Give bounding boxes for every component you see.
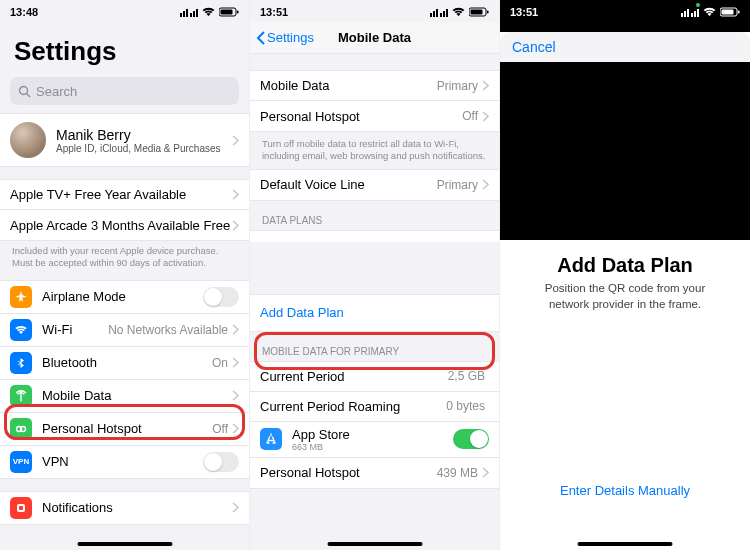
airplane-mode-row[interactable]: Airplane Mode: [0, 281, 249, 314]
mobile-data-footnote: Turn off mobile data to restrict all dat…: [250, 132, 499, 169]
dual-signal-icon: [681, 7, 699, 17]
user-sub: Apple ID, iCloud, Media & Purchases: [56, 143, 232, 154]
apple-id-row[interactable]: Manik Berry Apple ID, iCloud, Media & Pu…: [0, 114, 249, 166]
chevron-left-icon: [256, 31, 265, 45]
chevron-right-icon: [232, 135, 239, 146]
promo-footnote: Included with your recent Apple device p…: [0, 241, 249, 280]
battery-icon: [720, 7, 740, 17]
back-button[interactable]: Settings: [256, 30, 314, 45]
add-data-plan-row[interactable]: Add Data Plan: [250, 295, 499, 331]
chevron-right-icon: [232, 423, 239, 434]
navbar: Settings Mobile Data: [250, 22, 499, 54]
svg-rect-28: [694, 11, 696, 17]
app-store-toggle[interactable]: [453, 429, 489, 449]
chevron-right-icon: [232, 502, 239, 513]
mobile-data-setting-row[interactable]: Mobile Data Primary: [250, 71, 499, 101]
antenna-icon: [10, 385, 32, 407]
sheet-header: Cancel: [500, 32, 750, 62]
status-bar: 13:48: [0, 0, 249, 22]
personal-hotspot-usage-row[interactable]: Personal Hotspot 439 MB: [250, 458, 499, 488]
personal-hotspot-setting-row[interactable]: Personal Hotspot Off: [250, 101, 499, 131]
svg-point-9: [20, 86, 28, 94]
battery-icon: [219, 7, 239, 17]
svg-line-10: [27, 93, 31, 97]
search-placeholder: Search: [36, 84, 77, 99]
svg-rect-2: [186, 9, 188, 17]
section-mobile-data-primary: MOBILE DATA FOR PRIMARY: [250, 332, 499, 361]
svg-rect-3: [190, 13, 192, 17]
search-input[interactable]: Search: [10, 77, 239, 105]
svg-rect-23: [487, 11, 489, 14]
wifi-detail: No Networks Available: [108, 323, 228, 337]
default-voice-line-row[interactable]: Default Voice Line Primary: [250, 170, 499, 200]
svg-rect-19: [443, 11, 445, 17]
user-name: Manik Berry: [56, 127, 232, 143]
svg-rect-22: [471, 10, 483, 15]
vpn-toggle[interactable]: [203, 452, 239, 472]
svg-rect-5: [196, 9, 198, 17]
chevron-right-icon: [232, 189, 239, 200]
notifications-row[interactable]: Notifications: [0, 492, 249, 524]
avatar: [10, 122, 46, 158]
sheet-title: Add Data Plan: [500, 254, 750, 277]
camera-viewport: [500, 62, 750, 240]
svg-rect-25: [684, 11, 686, 17]
personal-hotspot-row[interactable]: Personal Hotspot Off: [0, 413, 249, 446]
dual-signal-icon: [430, 7, 448, 17]
app-store-size: 663 MB: [292, 442, 453, 452]
svg-rect-15: [430, 13, 432, 17]
mobile-data-row[interactable]: Mobile Data: [0, 380, 249, 413]
airplane-toggle[interactable]: [203, 287, 239, 307]
svg-rect-14: [19, 506, 23, 510]
airplane-icon: [10, 286, 32, 308]
bt-detail: On: [212, 356, 228, 370]
vpn-row[interactable]: VPN VPN: [0, 446, 249, 478]
svg-rect-1: [183, 11, 185, 17]
svg-rect-26: [687, 9, 689, 17]
status-time: 13:48: [10, 6, 38, 18]
chevron-right-icon: [482, 179, 489, 190]
home-indicator[interactable]: [327, 542, 422, 546]
app-store-icon: [260, 428, 282, 450]
app-store-usage-row[interactable]: App Store 663 MB: [250, 422, 499, 458]
svg-rect-16: [433, 11, 435, 17]
svg-rect-20: [446, 9, 448, 17]
svg-rect-31: [722, 10, 734, 15]
svg-rect-0: [180, 13, 182, 17]
notifications-icon: [10, 497, 32, 519]
wifi-icon: [10, 319, 32, 341]
home-indicator[interactable]: [578, 542, 673, 546]
current-period-row: Current Period 2,5 GB: [250, 362, 499, 392]
promo-appletv-row[interactable]: Apple TV+ Free Year Available: [0, 180, 249, 210]
bluetooth-icon: [10, 352, 32, 374]
section-data-plans: DATA PLANS: [250, 201, 499, 230]
home-indicator[interactable]: [77, 542, 172, 546]
cancel-button[interactable]: Cancel: [512, 39, 556, 55]
sheet-subtitle: Position the QR code from your network p…: [500, 277, 750, 312]
promo-arcade-row[interactable]: Apple Arcade 3 Months Available Free: [0, 210, 249, 240]
svg-rect-29: [697, 9, 699, 17]
current-period-roaming-row: Current Period Roaming 0 bytes: [250, 392, 499, 422]
wifi-icon: [202, 7, 215, 17]
svg-rect-17: [436, 9, 438, 17]
status-time: 13:51: [260, 6, 288, 18]
chevron-right-icon: [482, 111, 489, 122]
chevron-right-icon: [482, 80, 489, 91]
hotspot-icon: [10, 418, 32, 440]
dual-signal-icon: [180, 7, 198, 17]
hotspot-detail: Off: [212, 422, 228, 436]
battery-icon: [469, 7, 489, 17]
chevron-right-icon: [232, 324, 239, 335]
enter-details-manually-link[interactable]: Enter Details Manually: [500, 483, 750, 498]
wifi-row[interactable]: Wi-Fi No Networks Available: [0, 314, 249, 347]
search-icon: [18, 85, 31, 98]
wifi-icon: [703, 7, 716, 17]
page-title: Settings: [0, 22, 249, 73]
wifi-icon: [452, 7, 465, 17]
bluetooth-row[interactable]: Bluetooth On: [0, 347, 249, 380]
navbar-title: Mobile Data: [338, 30, 411, 45]
chevron-right-icon: [482, 467, 489, 478]
chevron-right-icon: [232, 220, 239, 231]
svg-rect-18: [440, 13, 442, 17]
svg-rect-27: [691, 13, 693, 17]
